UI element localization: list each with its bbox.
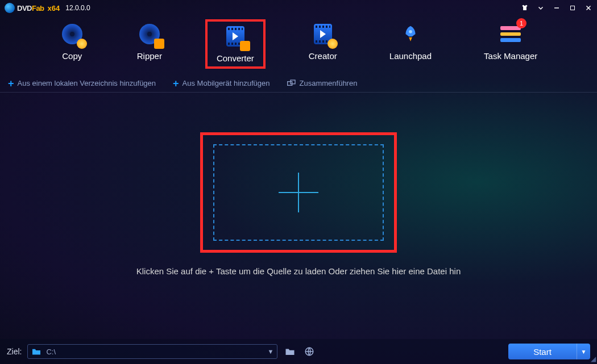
tab-creator[interactable]: Creator — [300, 19, 346, 69]
sub-toolbar: + Aus einem lokalen Verzeichnis hinzufüg… — [0, 74, 597, 93]
tab-creator-label: Creator — [309, 51, 337, 61]
arch-text: x64 — [48, 4, 60, 12]
svg-point-4 — [409, 30, 412, 34]
destination-path-input[interactable]: C:\ ▼ — [27, 344, 277, 359]
ripper-icon — [137, 22, 162, 47]
main-toolbar: Copy Ripper Converter Creator Launchpad — [0, 16, 597, 74]
resize-grip-icon[interactable]: ◢ — [591, 355, 596, 363]
add-source-plus-icon[interactable] — [279, 173, 318, 212]
merge-icon — [287, 80, 296, 87]
tab-copy-label: Copy — [62, 51, 82, 61]
merge-button[interactable]: Zusammenführen — [287, 79, 358, 87]
add-mobile-label: Aus Mobilgerät hinzufügen — [183, 79, 270, 87]
tab-launchpad[interactable]: Launchpad — [380, 19, 441, 69]
tab-ripper[interactable]: Ripper — [128, 19, 171, 69]
notification-badge: 1 — [516, 18, 526, 28]
tab-converter[interactable]: Converter — [205, 19, 266, 69]
version-text: 12.0.0.0 — [65, 4, 90, 12]
start-button[interactable]: Start — [508, 344, 577, 359]
browse-folder-button[interactable] — [283, 346, 297, 357]
logo-icon — [5, 3, 15, 13]
tab-launchpad-label: Launchpad — [389, 51, 432, 61]
converter-icon — [223, 24, 248, 49]
copy-icon — [60, 22, 85, 47]
brand-dvd: DVD — [17, 4, 32, 12]
add-local-label: Aus einem lokalen Verzeichnis hinzufügen — [18, 79, 156, 87]
svg-rect-6 — [291, 80, 295, 84]
tab-task-manager[interactable]: 1 Task Manager — [475, 19, 546, 69]
add-local-button[interactable]: + Aus einem lokalen Verzeichnis hinzufüg… — [8, 79, 156, 87]
destination-label: Ziel: — [7, 347, 22, 356]
tab-copy[interactable]: Copy — [51, 19, 94, 69]
drop-zone-highlight — [200, 132, 397, 253]
chevron-down-icon[interactable]: ▼ — [268, 348, 274, 355]
drop-zone[interactable] — [213, 144, 384, 241]
chevron-down-icon[interactable] — [537, 4, 545, 12]
tab-ripper-label: Ripper — [137, 51, 162, 61]
minimize-button[interactable] — [553, 4, 561, 12]
window-controls — [521, 4, 592, 12]
close-button[interactable] — [584, 4, 592, 12]
app-logo: DVDFab x64 12.0.0.0 — [5, 3, 90, 13]
titlebar: DVDFab x64 12.0.0.0 — [0, 0, 597, 16]
rocket-icon — [398, 22, 423, 47]
shirt-icon[interactable] — [521, 4, 529, 12]
footer: Ziel: C:\ ▼ Start ▼ ◢ — [0, 339, 597, 364]
merge-label: Zusammenführen — [300, 79, 358, 87]
tab-task-manager-label: Task Manager — [484, 51, 537, 61]
add-mobile-button[interactable]: + Aus Mobilgerät hinzufügen — [173, 79, 270, 87]
creator-icon — [310, 22, 335, 47]
brand-fab: Fab — [32, 4, 44, 12]
drop-hint-text: Klicken Sie auf die + Taste um die Quell… — [136, 266, 461, 276]
brand-text: DVDFab — [17, 4, 44, 12]
svg-rect-1 — [571, 6, 575, 10]
task-manager-icon: 1 — [498, 22, 523, 47]
stage: Klicken Sie auf die + Taste um die Quell… — [0, 93, 597, 276]
maximize-button[interactable] — [569, 4, 577, 12]
tab-converter-label: Converter — [217, 53, 254, 63]
start-button-group: Start ▼ — [508, 344, 590, 359]
web-icon[interactable] — [302, 346, 316, 357]
folder-icon — [31, 348, 42, 355]
start-dropdown-button[interactable]: ▼ — [577, 344, 590, 359]
destination-path-text: C:\ — [46, 348, 56, 356]
